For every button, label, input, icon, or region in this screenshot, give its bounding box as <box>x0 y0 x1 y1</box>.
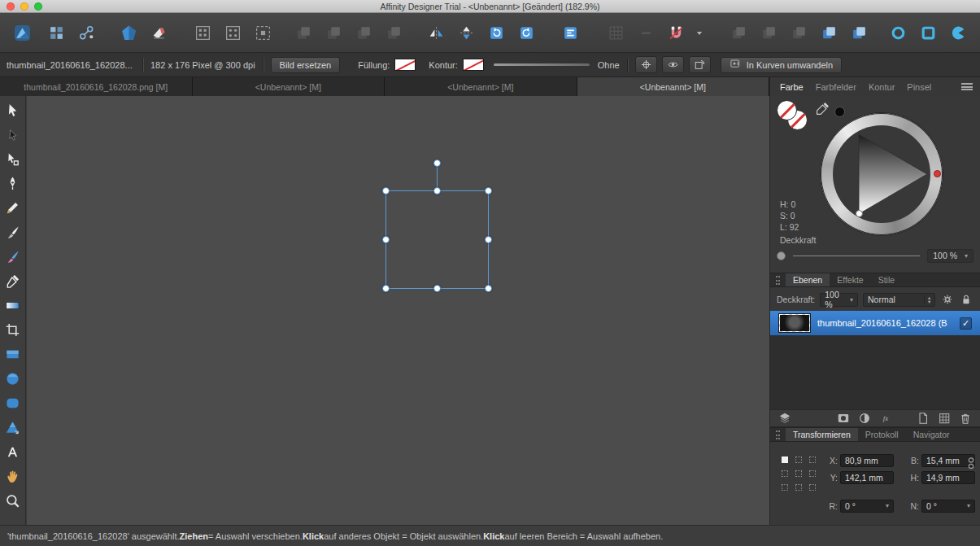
zoom-button[interactable] <box>34 2 42 11</box>
snap-pixel-button[interactable] <box>220 20 245 45</box>
hsl-triangle[interactable] <box>833 125 930 223</box>
snapping-magnet-button[interactable] <box>664 20 688 45</box>
pixel-alignment-icon[interactable] <box>44 20 68 45</box>
selection-box[interactable] <box>385 190 489 289</box>
insert-on-top-button[interactable] <box>946 20 970 45</box>
boolean-intersect-button[interactable] <box>786 20 811 45</box>
transform-tab-navigator[interactable]: Navigator <box>906 428 957 441</box>
layers-tab-ebenen[interactable]: Ebenen <box>786 273 830 286</box>
affinity-designer-logo[interactable] <box>10 20 34 45</box>
boolean-subtract-button[interactable] <box>756 20 781 45</box>
transform-field-r[interactable]: 0 °▾ <box>840 500 894 513</box>
handle-ne[interactable] <box>485 187 492 194</box>
blend-mode-dropdown[interactable]: Normal ▴▾ <box>863 293 935 307</box>
selection-frame-toggle[interactable] <box>662 56 684 73</box>
anchor-point[interactable] <box>782 484 788 491</box>
panel-tab-farbe[interactable]: Farbe <box>780 82 804 92</box>
layer-visibility-checkbox[interactable]: ✓ <box>960 317 972 330</box>
fill-color-well-none[interactable] <box>777 100 797 120</box>
rounded-rectangle-tool[interactable] <box>2 393 23 413</box>
pen-tool[interactable] <box>2 173 23 193</box>
close-button[interactable] <box>7 2 15 11</box>
handle-e[interactable] <box>485 236 492 243</box>
handle-w[interactable] <box>382 236 390 243</box>
handle-n[interactable] <box>433 187 441 194</box>
color-wheel[interactable] <box>821 113 943 235</box>
distribute-button[interactable] <box>603 20 628 45</box>
panel-menu-icon[interactable] <box>961 83 973 90</box>
boolean-combine-button[interactable] <box>847 20 871 45</box>
opacity-slider-track[interactable] <box>793 256 920 256</box>
pixel-persona-button[interactable] <box>146 20 171 45</box>
convert-to-curves-button[interactable]: In Kurven umwandeln <box>721 57 842 73</box>
rotate-right-button[interactable] <box>514 20 538 45</box>
new-pixel-layer-icon[interactable] <box>937 411 952 426</box>
anchor-point[interactable] <box>809 470 816 477</box>
rotate-left-button[interactable] <box>484 20 508 45</box>
boolean-add-button[interactable] <box>726 20 751 45</box>
layer-opacity-dropdown[interactable]: 100 % ▾ <box>820 293 858 307</box>
replace-image-button[interactable]: Bild ersetzen <box>271 57 341 73</box>
delete-layer-icon[interactable] <box>958 411 973 426</box>
anchor-point[interactable] <box>782 456 788 463</box>
layer-effects-icon[interactable]: fx <box>878 411 893 426</box>
transform-tab-protokoll[interactable]: Protokoll <box>858 428 906 441</box>
gear-icon[interactable] <box>940 292 954 307</box>
layers-tab-effekte[interactable]: Effekte <box>830 273 871 286</box>
snap-grid-button[interactable] <box>190 20 215 45</box>
anchor-point[interactable] <box>809 484 816 491</box>
lightness-marker[interactable] <box>856 210 863 217</box>
canvas[interactable] <box>27 96 769 525</box>
transform-separately-toggle[interactable] <box>689 56 711 73</box>
vector-brush-tool[interactable] <box>2 247 23 266</box>
opacity-value-dropdown[interactable]: 100 % ▾ <box>927 249 973 263</box>
anchor-point[interactable] <box>782 470 788 477</box>
anchor-point[interactable] <box>795 470 802 477</box>
crop-tool[interactable] <box>2 320 23 339</box>
handle-se[interactable] <box>485 285 492 292</box>
snap-bounds-button[interactable] <box>250 20 275 45</box>
panel-tab-pinsel[interactable]: Pinsel <box>907 82 931 92</box>
document-tab-3[interactable]: <Unbenannt> [M] <box>385 77 577 96</box>
ellipse-tool[interactable] <box>2 369 23 388</box>
insert-inside-button[interactable] <box>886 20 910 45</box>
move-forward-button[interactable] <box>321 20 346 45</box>
aspect-link-icon[interactable] <box>965 455 977 471</box>
stroke-swatch-none[interactable] <box>463 59 484 71</box>
transform-field-h[interactable]: 14,9 mm <box>921 471 975 484</box>
spacing-button[interactable] <box>634 20 658 45</box>
layers-stack-icon[interactable] <box>777 411 792 426</box>
view-hand-tool[interactable] <box>2 466 23 486</box>
fill-swatch-none[interactable] <box>394 59 416 71</box>
rotation-handle[interactable] <box>433 159 441 167</box>
move-tool[interactable] <box>2 100 23 120</box>
panel-grip-icon[interactable] <box>776 430 780 439</box>
snapping-menu-caret[interactable] <box>694 20 705 45</box>
minimize-button[interactable] <box>20 2 28 11</box>
zoom-tool[interactable] <box>2 491 23 510</box>
anchor-point[interactable] <box>809 456 816 463</box>
panel-grip-icon[interactable] <box>776 276 780 285</box>
panel-tab-farbfelder[interactable]: Farbfelder <box>816 82 856 92</box>
paint-brush-tool[interactable] <box>2 222 23 242</box>
transform-field-n[interactable]: 0 °▾ <box>921 500 975 513</box>
document-tab-4[interactable]: <Unbenannt> [M] <box>577 77 770 96</box>
boolean-divide-button[interactable] <box>817 20 841 45</box>
layer-thumbnail[interactable] <box>778 313 811 333</box>
layer-row[interactable]: thumbnail_20160616_162028 (B✓ <box>770 311 980 335</box>
panel-tab-kontur[interactable]: Kontur <box>869 82 895 92</box>
rectangle-tool[interactable] <box>2 344 23 364</box>
stepper-arrows-icon[interactable]: ▴▾ <box>924 295 930 304</box>
hue-marker[interactable] <box>934 170 941 177</box>
anchor-point[interactable] <box>795 456 802 463</box>
flip-horizontal-button[interactable] <box>424 20 448 45</box>
transform-origin-toggle[interactable] <box>635 56 657 73</box>
transform-field-y[interactable]: 142,1 mm <box>840 471 894 484</box>
fill-gradient-tool[interactable] <box>2 295 23 315</box>
mask-layer-icon[interactable] <box>836 411 851 426</box>
move-backward-button[interactable] <box>351 20 376 45</box>
color-picker-tool[interactable] <box>2 271 23 290</box>
selection-tool[interactable] <box>2 124 23 144</box>
layers-tab-stile[interactable]: Stile <box>871 273 902 286</box>
transform-field-x[interactable]: 80,9 mm <box>840 454 894 467</box>
